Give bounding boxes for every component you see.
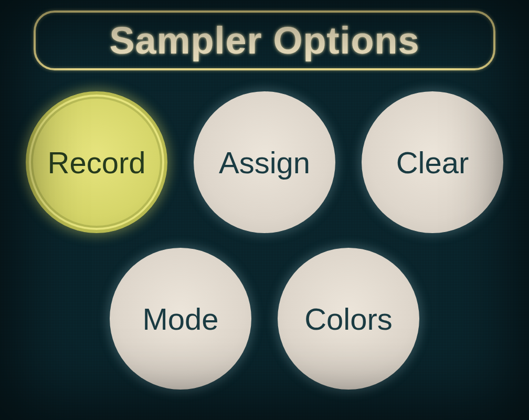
button-row-1: Record Assign Clear bbox=[26, 91, 503, 233]
record-button-label: Record bbox=[48, 145, 146, 180]
buttons-area: Record Assign Clear Mode Colors bbox=[18, 91, 511, 390]
mode-button-label: Mode bbox=[142, 301, 218, 337]
record-button[interactable]: Record bbox=[26, 91, 167, 233]
mode-button[interactable]: Mode bbox=[110, 248, 251, 390]
button-row-2: Mode Colors bbox=[110, 248, 419, 390]
assign-button-label: Assign bbox=[219, 145, 310, 180]
clear-button[interactable]: Clear bbox=[362, 91, 503, 233]
colors-button[interactable]: Colors bbox=[278, 248, 419, 390]
page-title: Sampler Options bbox=[57, 19, 472, 62]
colors-button-label: Colors bbox=[304, 301, 393, 337]
clear-button-label: Clear bbox=[396, 145, 469, 180]
assign-button[interactable]: Assign bbox=[194, 91, 335, 233]
title-frame: Sampler Options bbox=[34, 10, 495, 70]
